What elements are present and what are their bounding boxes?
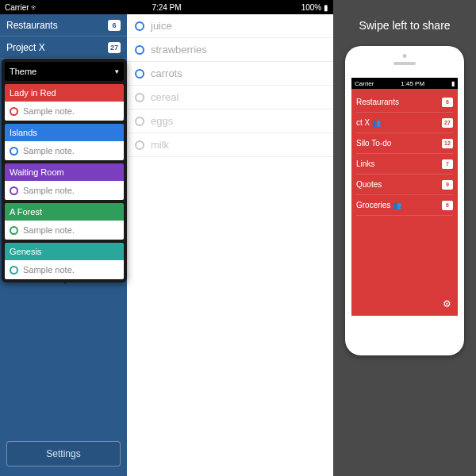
theme-title: Lady in Red — [5, 84, 124, 102]
checkbox-icon[interactable] — [135, 69, 144, 79]
theme-popover: Theme ▾ Lady in RedSample note.IslandsSa… — [2, 59, 127, 282]
theme-sample: Sample note. — [5, 181, 124, 200]
wifi-icon: ᯤ — [31, 3, 39, 12]
list-item[interactable]: Restaurants6 — [356, 92, 453, 113]
phone-statusbar: Carrier 1:45 PM ▮ — [351, 78, 458, 89]
theme-sample: Sample note. — [5, 260, 124, 279]
item-label: milk — [151, 139, 169, 151]
share-icon: 👥 — [393, 202, 401, 209]
bullet-icon — [10, 107, 18, 116]
list-item[interactable]: milk — [127, 133, 333, 157]
theme-sample: Sample note. — [5, 221, 124, 240]
list-item[interactable]: ct X👥27 — [356, 113, 453, 133]
list-item[interactable]: cereal — [127, 86, 333, 109]
phone-screen: Carrier 1:45 PM ▮ Restaurants6ct X👥27Sil… — [351, 78, 458, 316]
item-label: juice — [151, 20, 172, 32]
checkbox-icon[interactable] — [135, 93, 144, 102]
battery-icon: ▮ — [324, 3, 328, 12]
ipad-mockup: Carrier ᯤ 7:24 PM 100% ▮ Restaurants 6 P… — [0, 0, 333, 476]
theme-sample: Sample note. — [5, 102, 124, 121]
count-badge: 27 — [442, 118, 453, 128]
gear-icon[interactable]: ⚙ — [443, 298, 451, 309]
checkbox-icon[interactable] — [135, 140, 144, 150]
list-item[interactable]: Groceries👥6 — [356, 195, 453, 216]
phone-camera-icon — [403, 54, 407, 58]
bullet-icon — [10, 147, 18, 155]
instruction-text: Swipe left to share — [359, 19, 450, 32]
clock: 1:45 PM — [374, 80, 451, 87]
checkbox-icon[interactable] — [135, 117, 144, 126]
list-item[interactable]: juice — [127, 14, 333, 38]
carrier-label: Carrier — [5, 3, 29, 12]
battery-label: 100% — [301, 3, 322, 12]
phone-speaker-icon — [393, 62, 416, 65]
theme-title: Islands — [5, 124, 124, 141]
count-badge: 6 — [442, 98, 453, 107]
battery-icon: ▮ — [451, 80, 455, 87]
theme-option[interactable]: A ForestSample note. — [5, 203, 124, 240]
sidebar-item-label: Restaurants — [6, 20, 58, 31]
theme-option[interactable]: IslandsSample note. — [5, 124, 124, 160]
list-item[interactable]: strawberries — [127, 38, 333, 62]
checkbox-icon[interactable] — [135, 21, 144, 31]
main-list: juicestrawberriescarrotscerealeggsmilk — [127, 14, 333, 476]
item-label: eggs — [151, 115, 173, 127]
sidebar-item-projectx[interactable]: Project X 27 — [0, 36, 127, 59]
bullet-icon — [10, 226, 18, 235]
count-badge: 7 — [442, 159, 453, 169]
item-label: Quotes — [356, 180, 382, 189]
share-icon: 👥 — [372, 119, 380, 127]
clock: 7:24 PM — [113, 3, 221, 12]
item-label: strawberries — [151, 44, 207, 56]
item-label: cereal — [151, 91, 178, 103]
count-badge: 9 — [442, 180, 453, 190]
item-label: Restaurants — [356, 98, 399, 106]
sidebar-item-restaurants[interactable]: Restaurants 6 — [0, 14, 127, 36]
theme-option[interactable]: Waiting RoomSample note. — [5, 163, 124, 200]
theme-title: A Forest — [5, 203, 124, 221]
count-badge: 27 — [108, 42, 121, 53]
theme-dropdown[interactable]: Theme ▾ — [5, 62, 124, 81]
theme-title: Genesis — [5, 243, 124, 260]
list-item[interactable]: eggs — [127, 109, 333, 133]
item-label: Links — [356, 159, 374, 168]
ipad-statusbar: Carrier ᯤ 7:24 PM 100% ▮ — [0, 0, 333, 14]
item-label: ct X — [356, 118, 370, 127]
theme-sample: Sample note. — [5, 141, 124, 160]
carrier-label: Carrier — [355, 80, 374, 87]
count-badge: 12 — [442, 139, 453, 148]
item-label: Silo To-do — [356, 139, 391, 148]
sidebar-item-label: Project X — [6, 42, 45, 53]
chevron-down-icon: ▾ — [115, 67, 119, 75]
checkbox-icon[interactable] — [135, 45, 144, 55]
count-badge: 6 — [108, 20, 121, 31]
item-label: carrots — [151, 67, 182, 79]
theme-option[interactable]: GenesisSample note. — [5, 243, 124, 279]
item-label: Groceries — [356, 201, 390, 209]
theme-title: Waiting Room — [5, 163, 124, 181]
bullet-icon — [10, 186, 18, 195]
settings-button[interactable]: Settings — [6, 441, 121, 466]
list-item[interactable]: Silo To-do12 — [356, 133, 453, 154]
list-item[interactable]: Quotes9 — [356, 175, 453, 195]
list-item[interactable]: carrots — [127, 62, 333, 86]
theme-option[interactable]: Lady in RedSample note. — [5, 84, 124, 121]
iphone-mockup: Carrier 1:45 PM ▮ Restaurants6ct X👥27Sil… — [345, 46, 464, 355]
list-item[interactable]: Links7 — [356, 154, 453, 175]
phone-panel: Swipe left to share Carrier 1:45 PM ▮ Re… — [333, 0, 476, 476]
count-badge: 6 — [442, 201, 453, 210]
bullet-icon — [10, 266, 18, 274]
